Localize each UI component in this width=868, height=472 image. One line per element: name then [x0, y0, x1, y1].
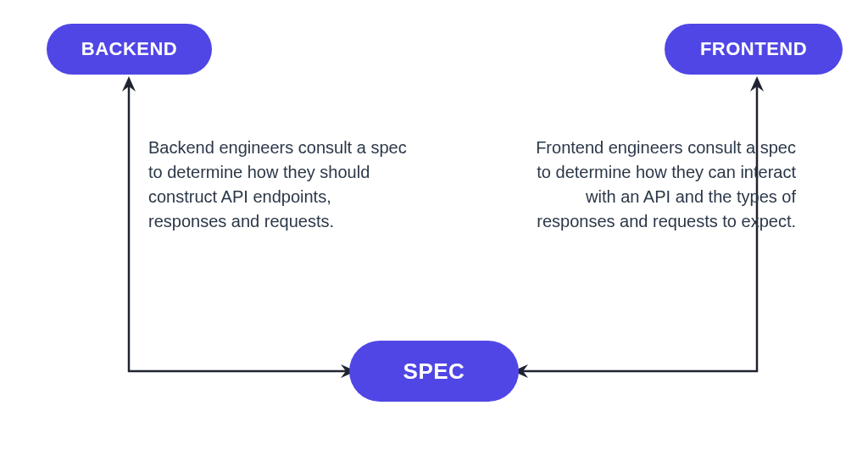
- node-frontend: FRONTEND: [665, 24, 843, 75]
- description-frontend: Frontend engineers consult a spec to det…: [533, 136, 796, 234]
- description-backend: Backend engineers consult a spec to dete…: [148, 136, 411, 234]
- node-spec: SPEC: [349, 341, 519, 402]
- node-backend: BACKEND: [47, 24, 212, 75]
